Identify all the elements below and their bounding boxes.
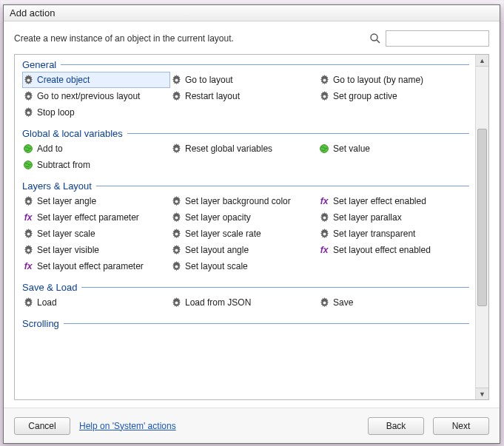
action-item-label: Set layer visible — [37, 245, 99, 255]
svg-point-19 — [320, 145, 329, 153]
section-divider — [81, 287, 469, 288]
action-item-label: Set layout scale — [185, 261, 248, 271]
gear-icon — [22, 90, 34, 102]
help-link[interactable]: Help on 'System' actions — [79, 421, 176, 431]
gear-icon — [170, 244, 182, 256]
action-item-label: Subtract from — [37, 160, 90, 170]
action-item[interactable]: Reset global variables — [170, 141, 318, 157]
svg-point-36 — [27, 249, 30, 251]
dialog-description: Create a new instance of an object in th… — [14, 33, 369, 44]
section-title: Layers & Layout — [22, 180, 96, 192]
section-divider — [96, 186, 469, 186]
gear-icon — [170, 260, 182, 272]
action-item-label: Set group active — [333, 91, 397, 101]
action-item[interactable]: Set layer scale rate — [170, 226, 318, 242]
svg-point-18 — [175, 147, 178, 150]
globe-icon — [22, 143, 34, 155]
vertical-scrollbar[interactable]: ▲ ▼ — [475, 55, 488, 399]
globe-icon — [318, 143, 330, 155]
action-item-label: Restart layout — [185, 91, 240, 101]
svg-point-0 — [371, 34, 377, 41]
section-header: Global & local variables — [22, 128, 469, 139]
action-item[interactable]: Set layout angle — [170, 242, 318, 258]
fx-icon: fx — [22, 260, 34, 272]
gear-icon — [170, 212, 182, 223]
action-item[interactable]: Go to layout (by name) — [318, 72, 466, 88]
action-item-label: Go to layout (by name) — [333, 75, 423, 85]
add-action-dialog: Add action Create a new instance of an o… — [3, 4, 500, 444]
action-item-label: Set layer scale — [37, 229, 95, 239]
svg-point-24 — [175, 200, 178, 203]
search-input[interactable] — [386, 30, 489, 47]
action-item[interactable]: fxSet layout effect parameter — [22, 258, 170, 274]
scroll-up-arrow[interactable]: ▲ — [476, 55, 488, 67]
action-item-label: Set layout effect enabled — [333, 245, 431, 255]
action-list[interactable]: GeneralCreate objectGo to layoutGo to la… — [15, 55, 475, 399]
svg-point-40 — [175, 265, 178, 268]
action-item-label: Go to next/previous layout — [37, 91, 140, 101]
action-item[interactable]: Subtract from — [22, 157, 170, 173]
action-item[interactable]: Set value — [318, 141, 466, 157]
action-item[interactable]: Restart layout — [170, 88, 318, 104]
action-item-label: Create object — [37, 75, 90, 85]
action-item-label: Set layer effect enabled — [333, 196, 426, 206]
action-item[interactable]: fxSet layer effect enabled — [318, 193, 466, 209]
svg-point-46 — [323, 301, 326, 304]
section: Global & local variablesAdd toReset glob… — [22, 128, 469, 173]
section-grid: Create objectGo to layoutGo to layout (b… — [22, 72, 469, 121]
action-item[interactable]: fxSet layer effect parameter — [22, 209, 170, 226]
section-header: Scrolling — [22, 318, 469, 329]
section-header: General — [22, 59, 469, 70]
action-item-label: Set layer angle — [37, 196, 96, 206]
action-item-label: Stop loop — [37, 107, 75, 118]
action-item[interactable]: Set layer parallax — [318, 209, 466, 226]
action-item[interactable]: Set group active — [318, 88, 466, 104]
action-item-label: Save — [333, 297, 353, 308]
action-item[interactable]: Stop loop — [22, 104, 170, 121]
action-item-label: Set layout effect parameter — [37, 261, 144, 271]
action-item[interactable]: Set layer background color — [170, 193, 318, 209]
scroll-thumb[interactable] — [477, 129, 487, 306]
next-button[interactable]: Next — [433, 417, 489, 435]
svg-point-15 — [27, 111, 30, 114]
action-item[interactable]: Set layer visible — [22, 242, 170, 258]
gear-icon — [170, 90, 182, 102]
action-item-label: Load — [37, 297, 57, 308]
section-header: Save & Load — [22, 282, 469, 293]
action-item[interactable]: Add to — [22, 141, 170, 157]
scroll-down-arrow[interactable]: ▼ — [476, 388, 488, 399]
gear-icon — [318, 212, 330, 223]
section: GeneralCreate objectGo to layoutGo to la… — [22, 59, 469, 121]
action-item[interactable]: Set layer transparent — [318, 226, 466, 242]
action-item[interactable]: Go to next/previous layout — [22, 88, 170, 104]
svg-point-16 — [24, 145, 33, 153]
search-icon — [369, 33, 381, 44]
action-item[interactable]: Set layer scale — [22, 226, 170, 242]
action-item-label: Reset global variables — [185, 143, 272, 154]
section-title: Save & Load — [22, 282, 81, 293]
svg-point-38 — [175, 249, 178, 251]
back-button[interactable]: Back — [368, 417, 424, 435]
svg-point-5 — [175, 78, 178, 81]
action-item-label: Set layer scale rate — [185, 229, 261, 239]
action-item[interactable]: Go to layout — [170, 72, 318, 88]
gear-icon — [170, 297, 182, 308]
dialog-header: Create a new instance of an object in th… — [4, 21, 500, 54]
action-item[interactable]: Load from JSON — [170, 294, 318, 311]
action-item-label: Add to — [37, 143, 63, 154]
action-item[interactable]: fxSet layout effect enabled — [318, 242, 466, 258]
gear-icon — [318, 90, 330, 102]
gear-icon — [318, 297, 330, 308]
svg-point-34 — [323, 232, 326, 235]
action-item[interactable]: Load — [22, 294, 170, 311]
action-item-label: Set layer transparent — [333, 229, 415, 239]
section-divider — [127, 133, 469, 134]
gear-icon — [22, 244, 34, 256]
gear-icon — [170, 195, 182, 207]
action-item[interactable]: Set layout scale — [170, 258, 318, 274]
action-item[interactable]: Set layer angle — [22, 193, 170, 209]
action-item[interactable]: Save — [318, 294, 466, 311]
action-item[interactable]: Set layer opacity — [170, 209, 318, 226]
action-item[interactable]: Create object — [22, 72, 170, 88]
cancel-button[interactable]: Cancel — [14, 417, 70, 435]
